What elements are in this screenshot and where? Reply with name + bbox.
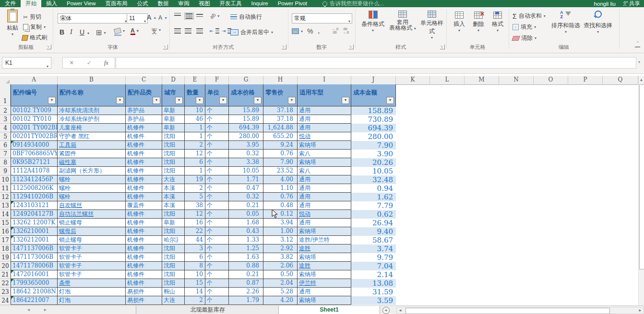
- row-header-3[interactable]: 3: [0, 115, 11, 124]
- cell-I11[interactable]: 通用: [298, 184, 351, 193]
- cell-D8[interactable]: 沈阳: [162, 158, 185, 167]
- row-header-8[interactable]: 8: [0, 158, 11, 167]
- cell-I6[interactable]: 索纳塔: [298, 141, 351, 150]
- cell-F13[interactable]: 个: [205, 201, 229, 210]
- cell-G24[interactable]: 1.79: [229, 296, 263, 305]
- cell-D16[interactable]: 沈阳: [162, 227, 185, 236]
- cell-J14[interactable]: 0.62: [351, 210, 396, 219]
- cell-B15[interactable]: 锁止螺母: [58, 219, 126, 227]
- cell-C3[interactable]: 养护品: [126, 115, 162, 124]
- cell-E19[interactable]: 6: [185, 253, 205, 262]
- cell-E24[interactable]: 2: [185, 296, 205, 305]
- cell-I12[interactable]: 通用: [298, 193, 351, 201]
- cell-C16[interactable]: 机修件: [126, 227, 162, 236]
- cell-E15[interactable]: 16: [185, 219, 205, 227]
- cell-A19[interactable]: 1471173006B: [11, 253, 58, 262]
- cell-F11[interactable]: 个: [205, 184, 229, 193]
- filter-button-H[interactable]: ▾: [288, 97, 296, 104]
- cell-D24[interactable]: 大连: [162, 296, 185, 305]
- align-bottom-button[interactable]: [196, 14, 203, 17]
- cell-C10[interactable]: 机修件: [126, 175, 162, 184]
- cell-I8[interactable]: 索纳塔: [298, 158, 351, 167]
- cell-J23[interactable]: 31.59: [351, 288, 396, 296]
- ribbon-tab-页面布局[interactable]: 页面布局: [101, 0, 132, 7]
- ribbon-tab-开发工具[interactable]: 开发工具: [215, 0, 247, 7]
- ribbon-tab-审阅[interactable]: 审阅: [174, 0, 194, 7]
- cell-G6[interactable]: 3.95: [229, 141, 263, 150]
- column-header-L[interactable]: L: [430, 76, 465, 85]
- vertical-scroll-thumb[interactable]: [639, 84, 644, 269]
- cell-I3[interactable]: 通用: [298, 115, 351, 124]
- cell-I24[interactable]: 索纳塔: [298, 296, 351, 305]
- column-header-Q[interactable]: Q: [603, 76, 638, 85]
- cell-H8[interactable]: 7.90: [263, 158, 298, 167]
- horizontal-scrollbar[interactable]: ◄ ►: [396, 307, 644, 314]
- cell-H10[interactable]: 4.00: [263, 175, 298, 184]
- cell-E10[interactable]: 19: [185, 175, 205, 184]
- cell-F8[interactable]: 个: [205, 158, 229, 167]
- column-header-G[interactable]: G: [229, 76, 263, 85]
- cell-F21[interactable]: 个: [205, 270, 229, 279]
- sheet-nav-next-icon[interactable]: ►: [43, 307, 48, 312]
- accounting-format-button[interactable]: ▾: [292, 28, 303, 34]
- cell-A20[interactable]: 1471178006B: [11, 262, 58, 270]
- cell-G17[interactable]: 1.33: [229, 236, 263, 244]
- cell-H15[interactable]: 3.94: [263, 219, 298, 227]
- cell-J4[interactable]: 694.39: [351, 124, 396, 132]
- delete-cells-button[interactable]: ✕ 删除▾: [469, 12, 488, 33]
- cell-A4[interactable]: 00201 TY002BR: [11, 124, 58, 132]
- cell-J11[interactable]: 0.94: [351, 184, 396, 193]
- cell-J13[interactable]: 7.79: [351, 201, 396, 210]
- cell-J20[interactable]: 7.04: [351, 262, 396, 270]
- cell-D14[interactable]: 沈阳: [162, 210, 185, 219]
- cell-C24[interactable]: 易损件: [126, 296, 162, 305]
- cell-F14[interactable]: 个: [205, 210, 229, 219]
- cell-E8[interactable]: 6: [185, 158, 205, 167]
- filter-button-C[interactable]: ▾: [153, 97, 160, 104]
- cell-F5[interactable]: 个: [205, 132, 229, 141]
- cell-E21[interactable]: 10: [185, 270, 205, 279]
- row-header-20[interactable]: 20: [0, 262, 11, 270]
- wrap-text-button[interactable]: 自动换行: [230, 13, 262, 21]
- cell-I21[interactable]: 索纳塔: [298, 270, 351, 279]
- select-all-corner[interactable]: [0, 76, 11, 85]
- cell-E5[interactable]: 1: [185, 132, 205, 141]
- cell-J6[interactable]: 7.90: [351, 141, 396, 150]
- paste-button[interactable]: 粘贴▾: [4, 10, 21, 36]
- cell-B2[interactable]: 冷却系统清洗剂: [58, 106, 126, 115]
- cell-G5[interactable]: 280.00: [229, 132, 263, 141]
- cell-E23[interactable]: 14: [185, 288, 205, 296]
- cell-A2[interactable]: 00102 TY009: [11, 106, 58, 115]
- cell-B4[interactable]: 儿童座椅: [58, 124, 126, 132]
- phonetic-guide-button[interactable]: wén文▾: [152, 26, 161, 33]
- cell-E11[interactable]: 2: [185, 184, 205, 193]
- row-header-11[interactable]: 11: [0, 184, 11, 193]
- italic-button[interactable]: I: [70, 28, 72, 36]
- cell-H24[interactable]: 4.20: [263, 296, 298, 305]
- cell-F22[interactable]: 个: [205, 279, 229, 288]
- cell-B22[interactable]: 条带: [58, 279, 126, 288]
- cell-D18[interactable]: 沈阳: [162, 244, 185, 253]
- cell-B3[interactable]: 冷却系统保护剂: [58, 115, 126, 124]
- increase-decimal-button[interactable]: ←.0.00: [332, 27, 338, 34]
- row-header-2[interactable]: 2: [0, 106, 11, 115]
- fill-color-button[interactable]: ▾: [114, 28, 125, 34]
- cell-A21[interactable]: 1472016001: [11, 270, 58, 279]
- cell-H17[interactable]: 3.12: [263, 236, 298, 244]
- number-dialog-launcher[interactable]: ↘: [349, 45, 354, 49]
- cell-A18[interactable]: 1471137006B: [11, 244, 58, 253]
- comma-style-button[interactable]: ,: [318, 26, 320, 35]
- user-name[interactable]: hongli liu: [594, 1, 616, 7]
- column-header-H[interactable]: H: [263, 76, 298, 85]
- cell-B21[interactable]: 软管卡子: [58, 270, 126, 279]
- sheet-tab-北现最新库存[interactable]: 北现最新库存: [136, 306, 279, 314]
- cell-G7[interactable]: 0.32: [229, 150, 263, 158]
- cell-D12[interactable]: 本溪: [162, 193, 185, 201]
- cell-E18[interactable]: 3: [185, 244, 205, 253]
- cell-D6[interactable]: 沈阳: [162, 141, 185, 150]
- cell-A7[interactable]: 0BF7068865VYF: [11, 150, 58, 158]
- cell-E22[interactable]: 15: [185, 279, 205, 288]
- font-color-button[interactable]: A▾: [131, 27, 139, 34]
- cell-E3[interactable]: 46: [185, 115, 205, 124]
- cell-I17[interactable]: 途胜/伊兰特: [298, 236, 351, 244]
